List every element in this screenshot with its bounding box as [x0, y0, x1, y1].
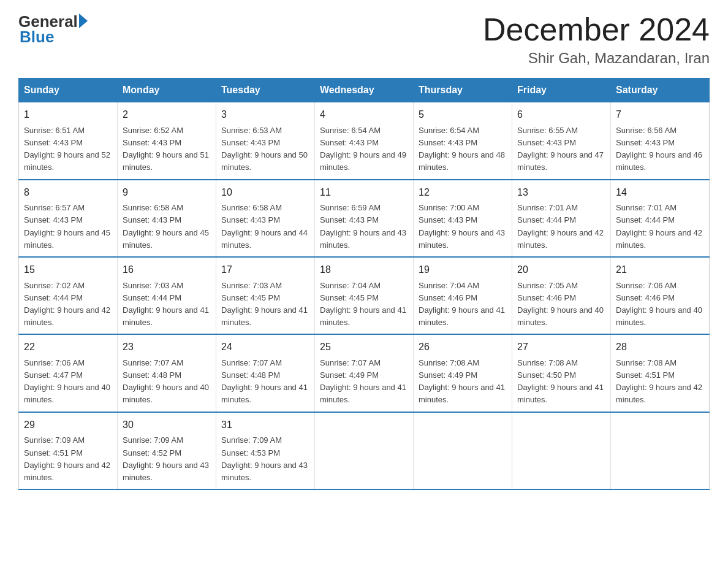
calendar-week-row: 1 Sunrise: 6:51 AMSunset: 4:43 PMDayligh…	[19, 102, 710, 180]
day-info: Sunrise: 6:58 AMSunset: 4:43 PMDaylight:…	[221, 203, 308, 249]
day-number: 16	[123, 262, 211, 278]
calendar-cell: 8 Sunrise: 6:57 AMSunset: 4:43 PMDayligh…	[19, 180, 118, 257]
day-number: 21	[616, 262, 704, 278]
day-info: Sunrise: 7:06 AMSunset: 4:47 PMDaylight:…	[24, 358, 110, 404]
day-info: Sunrise: 7:07 AMSunset: 4:48 PMDaylight:…	[221, 358, 308, 404]
day-info: Sunrise: 6:58 AMSunset: 4:43 PMDaylight:…	[123, 203, 209, 249]
day-info: Sunrise: 6:59 AMSunset: 4:43 PMDaylight:…	[320, 203, 406, 249]
day-number: 17	[221, 262, 309, 278]
day-number: 26	[419, 340, 507, 355]
day-info: Sunrise: 6:51 AMSunset: 4:43 PMDaylight:…	[24, 126, 110, 172]
day-number: 3	[221, 107, 309, 123]
day-info: Sunrise: 7:01 AMSunset: 4:44 PMDaylight:…	[517, 203, 604, 249]
page-header: General Blue December 2024 Shir Gah, Maz…	[18, 12, 710, 67]
day-info: Sunrise: 7:07 AMSunset: 4:48 PMDaylight:…	[123, 358, 209, 404]
day-number: 31	[221, 418, 309, 433]
day-number: 13	[517, 185, 605, 201]
day-info: Sunrise: 6:52 AMSunset: 4:43 PMDaylight:…	[123, 126, 209, 172]
column-header-wednesday: Wednesday	[315, 79, 414, 102]
logo-arrow-icon	[79, 13, 88, 28]
calendar-week-row: 29 Sunrise: 7:09 AMSunset: 4:51 PMDaylig…	[19, 412, 710, 489]
day-info: Sunrise: 7:03 AMSunset: 4:44 PMDaylight:…	[123, 281, 209, 327]
calendar-cell: 30 Sunrise: 7:09 AMSunset: 4:52 PMDaylig…	[118, 412, 216, 489]
day-info: Sunrise: 7:04 AMSunset: 4:45 PMDaylight:…	[320, 281, 406, 327]
day-number: 23	[123, 340, 211, 355]
day-number: 5	[419, 107, 507, 123]
day-info: Sunrise: 6:54 AMSunset: 4:43 PMDaylight:…	[419, 126, 505, 172]
day-number: 18	[320, 262, 408, 278]
day-number: 25	[320, 340, 408, 355]
calendar-week-row: 15 Sunrise: 7:02 AMSunset: 4:44 PMDaylig…	[19, 257, 710, 334]
column-header-tuesday: Tuesday	[216, 79, 315, 102]
day-number: 6	[517, 107, 605, 123]
location-title: Shir Gah, Mazandaran, Iran	[483, 50, 710, 67]
day-info: Sunrise: 7:02 AMSunset: 4:44 PMDaylight:…	[24, 281, 110, 327]
day-info: Sunrise: 7:07 AMSunset: 4:49 PMDaylight:…	[320, 358, 406, 404]
calendar-cell: 21 Sunrise: 7:06 AMSunset: 4:46 PMDaylig…	[611, 257, 710, 334]
calendar-cell: 6 Sunrise: 6:55 AMSunset: 4:43 PMDayligh…	[512, 102, 611, 180]
calendar-cell: 19 Sunrise: 7:04 AMSunset: 4:46 PMDaylig…	[414, 257, 512, 334]
calendar-cell: 17 Sunrise: 7:03 AMSunset: 4:45 PMDaylig…	[216, 257, 315, 334]
calendar-header-row: SundayMondayTuesdayWednesdayThursdayFrid…	[19, 79, 710, 102]
calendar-cell: 13 Sunrise: 7:01 AMSunset: 4:44 PMDaylig…	[512, 180, 611, 257]
calendar-cell: 15 Sunrise: 7:02 AMSunset: 4:44 PMDaylig…	[19, 257, 118, 334]
calendar-cell: 9 Sunrise: 6:58 AMSunset: 4:43 PMDayligh…	[118, 180, 216, 257]
calendar-cell: 31 Sunrise: 7:09 AMSunset: 4:53 PMDaylig…	[216, 412, 315, 489]
day-info: Sunrise: 6:56 AMSunset: 4:43 PMDaylight:…	[616, 126, 702, 172]
day-info: Sunrise: 7:05 AMSunset: 4:46 PMDaylight:…	[517, 281, 604, 327]
day-number: 12	[419, 185, 507, 201]
calendar-cell: 22 Sunrise: 7:06 AMSunset: 4:47 PMDaylig…	[19, 334, 118, 412]
calendar-cell: 11 Sunrise: 6:59 AMSunset: 4:43 PMDaylig…	[315, 180, 414, 257]
day-number: 8	[24, 185, 112, 201]
logo: General Blue	[18, 12, 88, 45]
calendar-cell: 10 Sunrise: 6:58 AMSunset: 4:43 PMDaylig…	[216, 180, 315, 257]
day-info: Sunrise: 7:03 AMSunset: 4:45 PMDaylight:…	[221, 281, 308, 327]
calendar-week-row: 8 Sunrise: 6:57 AMSunset: 4:43 PMDayligh…	[19, 180, 710, 257]
calendar-cell	[315, 412, 414, 489]
calendar-cell: 3 Sunrise: 6:53 AMSunset: 4:43 PMDayligh…	[216, 102, 315, 180]
day-info: Sunrise: 7:08 AMSunset: 4:49 PMDaylight:…	[419, 358, 505, 404]
day-number: 10	[221, 185, 309, 201]
day-number: 2	[123, 107, 211, 123]
calendar-cell: 12 Sunrise: 7:00 AMSunset: 4:43 PMDaylig…	[414, 180, 512, 257]
column-header-thursday: Thursday	[414, 79, 512, 102]
day-info: Sunrise: 6:53 AMSunset: 4:43 PMDaylight:…	[221, 126, 308, 172]
calendar-cell: 5 Sunrise: 6:54 AMSunset: 4:43 PMDayligh…	[414, 102, 512, 180]
day-info: Sunrise: 7:08 AMSunset: 4:50 PMDaylight:…	[517, 358, 604, 404]
column-header-sunday: Sunday	[19, 79, 118, 102]
column-header-monday: Monday	[118, 79, 216, 102]
day-number: 1	[24, 107, 112, 123]
calendar-cell: 1 Sunrise: 6:51 AMSunset: 4:43 PMDayligh…	[19, 102, 118, 180]
day-info: Sunrise: 7:09 AMSunset: 4:53 PMDaylight:…	[221, 435, 308, 481]
calendar-cell: 7 Sunrise: 6:56 AMSunset: 4:43 PMDayligh…	[611, 102, 710, 180]
day-number: 15	[24, 262, 112, 278]
day-info: Sunrise: 7:00 AMSunset: 4:43 PMDaylight:…	[419, 203, 505, 249]
column-header-saturday: Saturday	[611, 79, 710, 102]
day-info: Sunrise: 6:55 AMSunset: 4:43 PMDaylight:…	[517, 126, 604, 172]
calendar-cell	[414, 412, 512, 489]
day-number: 30	[123, 418, 211, 433]
day-number: 7	[616, 107, 704, 123]
day-info: Sunrise: 7:08 AMSunset: 4:51 PMDaylight:…	[616, 358, 702, 404]
day-info: Sunrise: 6:57 AMSunset: 4:43 PMDaylight:…	[24, 203, 110, 249]
day-number: 29	[24, 418, 112, 433]
day-number: 28	[616, 340, 704, 355]
calendar-cell: 25 Sunrise: 7:07 AMSunset: 4:49 PMDaylig…	[315, 334, 414, 412]
calendar-table: SundayMondayTuesdayWednesdayThursdayFrid…	[18, 78, 710, 490]
calendar-cell	[611, 412, 710, 489]
calendar-cell: 23 Sunrise: 7:07 AMSunset: 4:48 PMDaylig…	[118, 334, 216, 412]
calendar-cell: 26 Sunrise: 7:08 AMSunset: 4:49 PMDaylig…	[414, 334, 512, 412]
day-info: Sunrise: 7:09 AMSunset: 4:52 PMDaylight:…	[123, 435, 209, 481]
calendar-cell: 29 Sunrise: 7:09 AMSunset: 4:51 PMDaylig…	[19, 412, 118, 489]
calendar-cell: 16 Sunrise: 7:03 AMSunset: 4:44 PMDaylig…	[118, 257, 216, 334]
day-info: Sunrise: 7:06 AMSunset: 4:46 PMDaylight:…	[616, 281, 702, 327]
day-number: 20	[517, 262, 605, 278]
title-block: December 2024 Shir Gah, Mazandaran, Iran	[483, 12, 710, 67]
calendar-cell: 28 Sunrise: 7:08 AMSunset: 4:51 PMDaylig…	[611, 334, 710, 412]
day-number: 19	[419, 262, 507, 278]
calendar-cell: 14 Sunrise: 7:01 AMSunset: 4:44 PMDaylig…	[611, 180, 710, 257]
day-info: Sunrise: 7:09 AMSunset: 4:51 PMDaylight:…	[24, 435, 110, 481]
column-header-friday: Friday	[512, 79, 611, 102]
day-number: 11	[320, 185, 408, 201]
calendar-cell: 4 Sunrise: 6:54 AMSunset: 4:43 PMDayligh…	[315, 102, 414, 180]
